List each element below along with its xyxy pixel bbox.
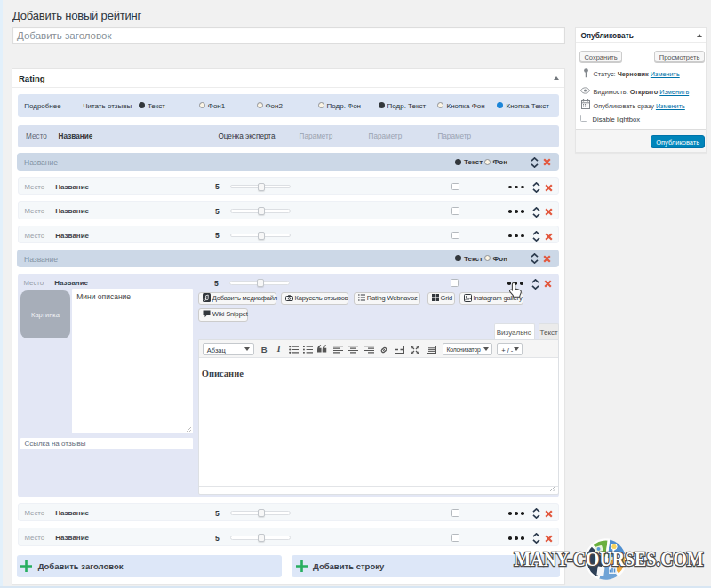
svg-text:MANY-COURSES.COM: MANY-COURSES.COM xyxy=(515,548,704,570)
